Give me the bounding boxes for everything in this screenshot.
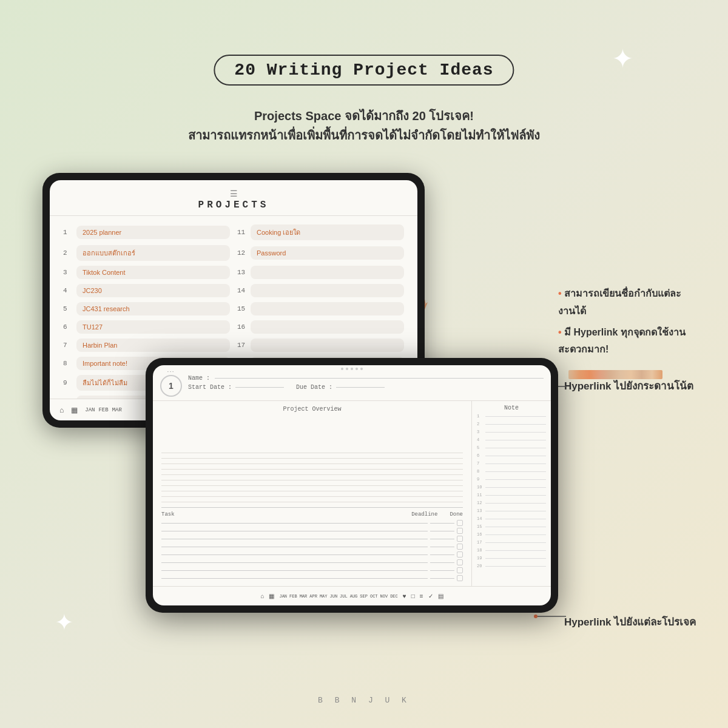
front-folder-icon[interactable]: □: [411, 593, 415, 599]
svg-point-4: [534, 615, 538, 618]
task-done-box[interactable]: [457, 544, 463, 550]
front-nav-month[interactable]: APR: [309, 594, 317, 599]
overview-line: [161, 458, 463, 459]
task-deadline-line: [430, 523, 454, 524]
note-number: 6: [477, 453, 483, 458]
front-nav-month[interactable]: MAY: [320, 594, 328, 599]
project-item[interactable]: 11 Cooking เอยใด: [234, 222, 408, 243]
bullet-points: สามารถเขียนชื่อกำกับแต่ละงานได้ มี Hyper…: [558, 285, 692, 362]
note-line-row: 6: [477, 453, 546, 458]
task-row: [161, 544, 463, 550]
project-label[interactable]: TU127: [76, 320, 230, 334]
note-line-row: 13: [477, 508, 546, 513]
task-done-box[interactable]: [457, 559, 463, 565]
front-nav-month[interactable]: JUN: [330, 594, 338, 599]
orange-hyperlink-bar[interactable]: [568, 370, 662, 379]
project-item[interactable]: 1 2025 planner: [59, 222, 234, 243]
note-line: [485, 495, 546, 496]
note-line: [485, 550, 546, 551]
front-nav-month[interactable]: JAN: [279, 594, 287, 599]
project-label[interactable]: 2025 planner: [76, 226, 230, 239]
note-number: 3: [477, 430, 483, 434]
front-nav-month[interactable]: SEP: [360, 594, 368, 599]
front-nav-month[interactable]: AUG: [350, 594, 358, 599]
title-badge: 20 Writing Project Ideas: [214, 55, 514, 86]
tablet-front: 1 Name : Start Date : Due Date :: [146, 358, 558, 613]
project-item[interactable]: 13: [234, 263, 408, 281]
project-item[interactable]: 12 Password: [234, 243, 408, 263]
project-main: Project Overview Task Deadline Done: [153, 401, 472, 586]
task-done-box[interactable]: [457, 575, 463, 581]
deadline-label: Deadline: [411, 511, 437, 517]
note-number: 8: [477, 469, 483, 474]
project-item[interactable]: 5 JC431 research: [59, 300, 234, 318]
project-label[interactable]: JC230: [76, 284, 230, 297]
task-done-box[interactable]: [457, 520, 463, 526]
screen-dot-1: [341, 368, 343, 370]
project-item[interactable]: 16: [234, 318, 408, 336]
home-nav-icon[interactable]: ⌂: [59, 406, 64, 414]
front-nav-month[interactable]: FEB: [289, 594, 297, 599]
note-number: 2: [477, 422, 483, 426]
note-line-row: 20: [477, 564, 546, 568]
projects-icon: ☰: [50, 189, 417, 198]
front-check-icon[interactable]: ✓: [428, 593, 433, 599]
front-nav-month[interactable]: DEC: [390, 594, 398, 599]
note-line: [485, 519, 546, 519]
task-done-box[interactable]: [457, 536, 463, 542]
task-done-box[interactable]: [457, 567, 463, 573]
task-row: [161, 575, 463, 581]
brand-label: B B N J U K: [318, 696, 410, 705]
front-nav-month[interactable]: OCT: [370, 594, 378, 599]
front-heart-icon[interactable]: ♥: [403, 593, 406, 599]
task-done-box[interactable]: [457, 528, 463, 534]
project-label[interactable]: Harbin Plan: [76, 339, 230, 352]
project-item[interactable]: 17: [234, 336, 408, 354]
note-line-row: 18: [477, 548, 546, 553]
project-num: 6: [63, 323, 73, 331]
project-item[interactable]: 3 Tiktok Content: [59, 263, 234, 281]
nav-month[interactable]: FEB: [98, 407, 108, 413]
task-row: [161, 520, 463, 526]
front-nav-month[interactable]: NOV: [380, 594, 388, 599]
project-label[interactable]: [251, 320, 404, 334]
note-line: [485, 424, 546, 425]
note-number: 20: [477, 564, 483, 568]
task-main-line: [161, 562, 428, 563]
nav-month[interactable]: MAR: [112, 407, 122, 413]
project-label[interactable]: ออกแบบสต๊กเกอร์: [76, 245, 230, 261]
note-line: [485, 511, 546, 511]
note-line: [485, 479, 546, 480]
front-home-icon[interactable]: ⌂: [260, 593, 264, 599]
project-item[interactable]: 4 JC230: [59, 281, 234, 300]
project-num: 2: [63, 249, 73, 257]
overview-line: [161, 496, 463, 497]
note-line: [485, 471, 546, 472]
project-label[interactable]: Password: [251, 246, 404, 260]
project-label[interactable]: [251, 266, 404, 279]
project-label[interactable]: Cooking เอยใด: [251, 224, 404, 240]
project-item[interactable]: 15: [234, 300, 408, 318]
note-number: 4: [477, 437, 483, 442]
project-item[interactable]: 6 TU127: [59, 318, 234, 336]
task-main-line: [161, 578, 428, 579]
nav-month[interactable]: JAN: [85, 407, 95, 413]
front-list-icon[interactable]: ≡: [420, 593, 423, 599]
front-calendar-icon[interactable]: ▦: [269, 593, 274, 599]
project-label[interactable]: [251, 339, 404, 352]
calendar-nav-icon[interactable]: ▦: [71, 406, 78, 414]
task-done-box[interactable]: [457, 551, 463, 558]
screen-dot-5: [360, 368, 363, 370]
project-label[interactable]: JC431 research: [76, 302, 230, 315]
project-item[interactable]: 2 ออกแบบสต๊กเกอร์: [59, 243, 234, 263]
front-nav-month[interactable]: MAR: [300, 594, 308, 599]
project-label[interactable]: [251, 284, 404, 297]
project-item[interactable]: 14: [234, 281, 408, 300]
project-label[interactable]: [251, 302, 404, 315]
task-main-line: [161, 531, 428, 531]
task-deadline-line: [430, 539, 454, 539]
front-nav-month[interactable]: JUL: [340, 594, 348, 599]
project-item[interactable]: 7 Harbin Plan: [59, 336, 234, 354]
project-label[interactable]: Tiktok Content: [76, 266, 230, 279]
front-note-icon[interactable]: ▤: [438, 593, 443, 599]
